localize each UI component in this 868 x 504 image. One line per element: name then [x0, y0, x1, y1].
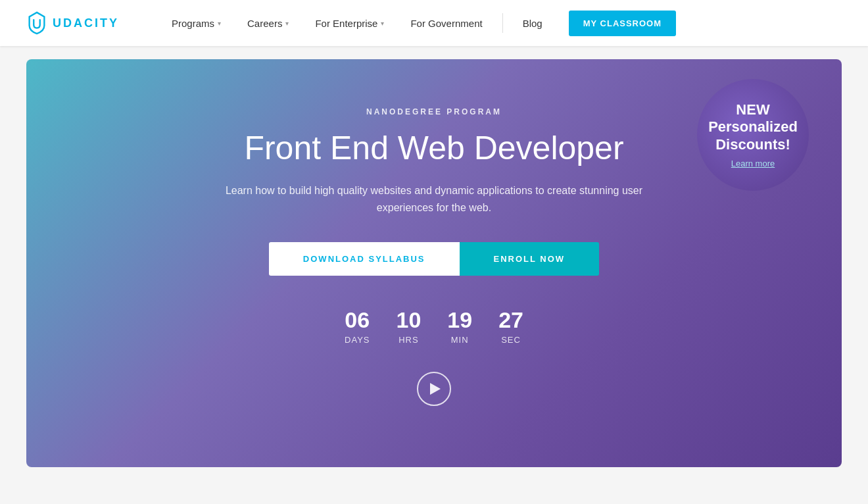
- my-classroom-button[interactable]: MY CLASSROOM: [569, 11, 676, 36]
- nav-divider: [502, 13, 503, 33]
- countdown-seconds: 27 SEC: [498, 309, 523, 345]
- nav-item-government[interactable]: For Government: [397, 0, 495, 46]
- nav-blog-link[interactable]: Blog: [510, 18, 556, 29]
- hero-title: Front End Web Developer: [244, 128, 623, 168]
- logo[interactable]: UDACITY: [26, 11, 119, 35]
- countdown-hours-number: 10: [396, 309, 421, 331]
- cta-buttons: DOWNLOAD SYLLABUS ENROLL NOW: [269, 242, 599, 276]
- navbar: UDACITY Programs ▾ Careers ▾ For Enterpr…: [0, 0, 868, 46]
- countdown-days-label: DAYS: [345, 335, 370, 345]
- logo-text: UDACITY: [53, 16, 119, 30]
- countdown-min-number: 19: [447, 309, 472, 331]
- countdown-sec-number: 27: [498, 309, 523, 331]
- nav-item-programs[interactable]: Programs ▾: [158, 0, 234, 46]
- countdown-min-label: MIN: [451, 335, 469, 345]
- download-syllabus-button[interactable]: DOWNLOAD SYLLABUS: [269, 242, 460, 276]
- countdown-hours: 10 HRS: [396, 309, 421, 345]
- play-icon: [430, 383, 441, 395]
- nav-item-careers[interactable]: Careers ▾: [234, 0, 302, 46]
- enroll-now-button[interactable]: ENROLL NOW: [460, 242, 600, 276]
- nav-links: Programs ▾ Careers ▾ For Enterprise ▾ Fo…: [158, 0, 842, 46]
- countdown-hours-label: HRS: [398, 335, 418, 345]
- hero-section: NEW Personalized Discounts! Learn more N…: [26, 59, 842, 467]
- play-button[interactable]: [417, 372, 451, 406]
- chevron-down-icon: ▾: [218, 20, 221, 27]
- badge-title: NEW Personalized Discounts!: [708, 101, 798, 153]
- chevron-down-icon: ▾: [285, 20, 289, 27]
- hero-description: Learn how to build high quality websites…: [210, 182, 658, 216]
- badge-learn-more-link[interactable]: Learn more: [731, 159, 775, 168]
- hero-label: NANODEGREE PROGRAM: [366, 107, 502, 116]
- countdown-days: 06 DAYS: [345, 309, 370, 345]
- discount-badge[interactable]: NEW Personalized Discounts! Learn more: [697, 79, 809, 191]
- udacity-logo-icon: [26, 11, 47, 35]
- countdown-sec-label: SEC: [501, 335, 521, 345]
- nav-item-enterprise[interactable]: For Enterprise ▾: [302, 0, 397, 46]
- countdown-days-number: 06: [345, 309, 370, 331]
- countdown-minutes: 19 MIN: [447, 309, 472, 345]
- chevron-down-icon: ▾: [381, 20, 384, 27]
- countdown-timer: 06 DAYS 10 HRS 19 MIN 27 SEC: [345, 309, 523, 345]
